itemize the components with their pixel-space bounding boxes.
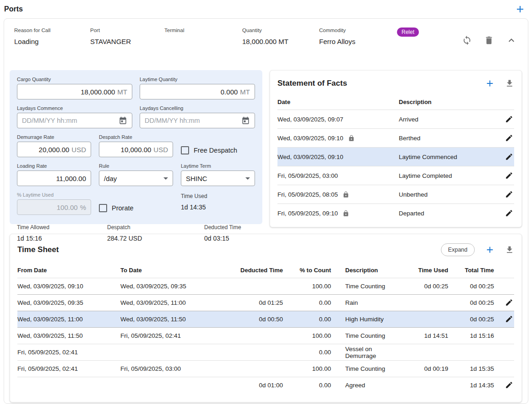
laydays-cancelling-label: Laydays Cancelling bbox=[140, 105, 255, 111]
despatch-value: 284.72 USD bbox=[107, 235, 197, 242]
download-timesheet-button[interactable] bbox=[505, 245, 514, 254]
free-despatch-checkbox[interactable] bbox=[181, 146, 189, 154]
ts-deducted-cell: 0d 00:50 bbox=[219, 311, 283, 328]
cargo-quantity-label: Cargo Quantity bbox=[17, 77, 132, 82]
pct-laytime-used-field: % Laytime Used 100.00 % bbox=[17, 192, 91, 215]
cargo-quantity-input[interactable]: 18,000.000 MT bbox=[17, 84, 132, 99]
edit-fact-button[interactable] bbox=[504, 152, 514, 162]
edit-fact-button[interactable] bbox=[504, 170, 514, 181]
laydays-cancelling-field: Laydays Cancelling DD/MM/YY hh:mm bbox=[140, 105, 255, 128]
chevron-up-icon bbox=[506, 35, 517, 46]
laytime-term-select[interactable]: SHINC bbox=[181, 170, 255, 186]
sof-table-row[interactable]: Fri, 05/09/2025, 03:00 Laytime Completed bbox=[277, 166, 514, 185]
sof-date-cell: Fri, 05/09/2025, 03:00 bbox=[277, 166, 399, 185]
prorate-group: Prorate bbox=[99, 201, 173, 215]
loading-rate-input[interactable]: 11,000.00 bbox=[17, 170, 91, 186]
download-facts-button[interactable] bbox=[505, 79, 514, 88]
rule-select[interactable]: /day bbox=[99, 170, 173, 186]
edit-fact-button[interactable] bbox=[504, 133, 514, 143]
reason-for-call-value: Loading bbox=[14, 38, 90, 45]
demurrage-rate-input[interactable]: 20,000.00 USD bbox=[17, 142, 91, 157]
despatch-rate-input[interactable]: 10,000.00 USD bbox=[99, 142, 173, 157]
port-call-card: Reason for Call Loading Port STAVANGER T… bbox=[4, 18, 528, 404]
timesheet-table-row[interactable]: 0d 01:00 0.00 Agreed 1d 14:35 bbox=[17, 377, 514, 394]
statement-of-facts-table: Date Description Wed, 03/09/2025, 09:07 … bbox=[277, 94, 514, 223]
edit-timesheet-row-button[interactable] bbox=[504, 314, 514, 324]
ts-deducted-cell bbox=[219, 278, 283, 295]
edit-timesheet-row-button[interactable] bbox=[504, 297, 514, 308]
time-allowed-label: Time Allowed bbox=[17, 224, 100, 231]
sof-date-header: Date bbox=[277, 94, 399, 110]
edit-fact-button[interactable] bbox=[504, 114, 514, 124]
ts-deducted-cell: 0d 01:00 bbox=[219, 377, 283, 394]
sync-button[interactable] bbox=[462, 35, 472, 45]
time-used-value: 1d 14:35 bbox=[181, 204, 207, 211]
sof-date-cell: Fri, 05/09/2025, 08:05 bbox=[277, 185, 399, 204]
sof-table-row[interactable]: Fri, 05/09/2025, 08:05 Unberthed bbox=[277, 185, 514, 204]
ts-total-time-cell: 1d 15:35 bbox=[448, 361, 494, 377]
delete-port-button[interactable] bbox=[484, 35, 494, 45]
sof-date-cell: Fri, 05/09/2025, 09:10 bbox=[277, 204, 399, 223]
ts-to-cell: Wed, 03/09/2025, 11:00 bbox=[120, 295, 219, 311]
ts-description-header: Description bbox=[331, 263, 400, 278]
demurrage-rate-label: Demurrage Rate bbox=[17, 134, 91, 140]
sync-icon bbox=[462, 35, 472, 45]
ts-total-time-cell bbox=[448, 344, 494, 361]
ts-description-cell: Agreed bbox=[331, 377, 400, 394]
expand-button[interactable]: Expand bbox=[441, 243, 475, 256]
loading-rate-field: Loading Rate 11,000.00 bbox=[17, 163, 91, 186]
calendar-icon[interactable] bbox=[119, 116, 127, 125]
ts-deducted-header: Deducted Time bbox=[219, 263, 283, 278]
sof-table-row[interactable]: Wed, 03/09/2025, 09:10 Laytime Commenced bbox=[277, 148, 514, 166]
ts-total-time-cell: 0d 00:25 bbox=[448, 311, 494, 328]
timesheet-table-row[interactable]: Wed, 03/09/2025, 11:00 Wed, 03/09/2025, … bbox=[17, 311, 514, 328]
deducted-time-label: Deducted Time bbox=[204, 224, 241, 231]
port-value: STAVANGER bbox=[90, 38, 164, 45]
timesheet-table-row[interactable]: Wed, 03/09/2025, 11:50 Fri, 05/09/2025, … bbox=[17, 328, 514, 344]
ts-from-cell bbox=[17, 377, 120, 394]
pct-laytime-used-label: % Laytime Used bbox=[17, 192, 91, 198]
ts-to-cell: Fri, 05/09/2025, 03:00 bbox=[120, 361, 219, 377]
ts-from-cell: Fri, 05/09/2025, 02:41 bbox=[17, 344, 120, 361]
edit-fact-button[interactable] bbox=[504, 189, 514, 199]
loading-rate-label: Loading Rate bbox=[17, 163, 91, 169]
sof-table-row[interactable]: Wed, 03/09/2025, 09:07 Arrived bbox=[277, 110, 514, 129]
commodity-field: Commodity Ferro Alloys bbox=[319, 28, 397, 45]
sof-table-row[interactable]: Wed, 03/09/2025, 09:10 Berthed bbox=[277, 129, 514, 148]
laytime-quantity-field: Laytime Quantity 0.000 MT bbox=[140, 77, 255, 99]
add-port-button[interactable] bbox=[515, 4, 526, 15]
laytime-quantity-input[interactable]: 0.000 MT bbox=[140, 84, 255, 99]
time-sheet-title: Time Sheet bbox=[17, 245, 59, 254]
port-call-summary: Reason for Call Loading Port STAVANGER T… bbox=[4, 19, 528, 59]
ts-description-cell: Time Counting bbox=[331, 328, 400, 344]
pencil-icon bbox=[505, 190, 513, 198]
edit-fact-button[interactable] bbox=[504, 208, 514, 218]
edit-timesheet-row-button[interactable] bbox=[504, 380, 514, 390]
timesheet-table-row[interactable]: Fri, 05/09/2025, 02:41 Fri, 05/09/2025, … bbox=[17, 361, 514, 377]
calendar-icon[interactable] bbox=[241, 116, 250, 125]
ts-time-used-cell: 0d 00:25 bbox=[400, 278, 448, 295]
port-field: Port STAVANGER bbox=[90, 28, 164, 45]
add-timesheet-row-button[interactable] bbox=[485, 245, 495, 255]
ts-description-cell: Time Counting bbox=[331, 361, 400, 377]
laytime-term-label: Laytime Term bbox=[181, 163, 255, 169]
sof-description-cell: Laytime Commenced bbox=[399, 148, 496, 166]
ts-time-used-cell bbox=[400, 311, 448, 328]
add-fact-button[interactable] bbox=[485, 78, 495, 88]
laydays-commence-input[interactable]: DD/MM/YY hh:mm bbox=[17, 113, 132, 128]
sof-table-row[interactable]: Fri, 05/09/2025, 09:10 Departed bbox=[277, 204, 514, 223]
pencil-icon bbox=[505, 171, 513, 180]
deducted-time-stat: Deducted Time 0d 03:15 bbox=[204, 224, 241, 242]
padlock-icon bbox=[342, 210, 349, 217]
ts-to-cell: Fri, 05/09/2025, 02:41 bbox=[120, 328, 219, 344]
timesheet-table-row[interactable]: Wed, 03/09/2025, 09:10 Wed, 03/09/2025, … bbox=[17, 278, 514, 295]
timesheet-table-row[interactable]: Fri, 05/09/2025, 02:41 0.00 Vessel on De… bbox=[17, 344, 514, 361]
timesheet-table-row[interactable]: Wed, 03/09/2025, 09:35 Wed, 03/09/2025, … bbox=[17, 295, 514, 311]
collapse-button[interactable] bbox=[506, 35, 517, 46]
laydays-cancelling-input[interactable]: DD/MM/YY hh:mm bbox=[140, 113, 255, 128]
prorate-checkbox[interactable] bbox=[99, 204, 107, 212]
ts-description-cell: Vessel on Demurrage bbox=[331, 344, 400, 361]
sof-description-cell: Unberthed bbox=[399, 185, 496, 204]
ts-pct-cell: 0.00 bbox=[283, 311, 331, 328]
free-despatch-label: Free Despatch bbox=[194, 147, 237, 154]
